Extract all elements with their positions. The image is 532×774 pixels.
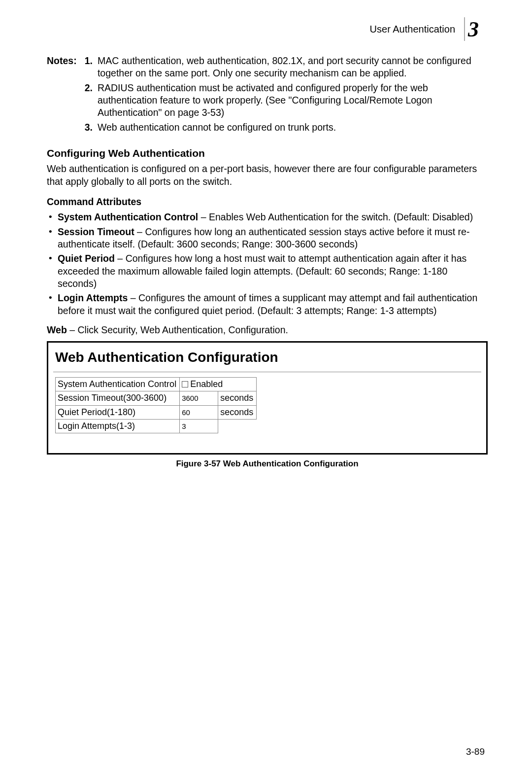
attr-term: System Authentication Control [58,211,198,222]
attr-term: Quiet Period [58,253,115,264]
page-header: User Authentication 3 [47,17,488,41]
note-item: 1. MAC authentication, web authenticatio… [85,55,488,80]
attr-item: System Authentication Control – Enables … [58,211,488,223]
table-row: Login Attempts(1-3) 3 [56,420,257,433]
notes-block: Notes: 1. MAC authentication, web authen… [47,55,488,136]
attr-item: Login Attempts – Configures the amount o… [58,292,488,317]
cfg-value-cell: Enabled [180,377,257,391]
cfg-empty [218,420,257,433]
chapter-badge: 3 [464,17,488,41]
enabled-label: Enabled [190,379,223,389]
cfg-input[interactable]: 3600 [180,391,218,405]
cfg-label: System Authentication Control [56,377,180,391]
cfg-input[interactable]: 3 [180,420,218,433]
cfg-unit: seconds [218,391,257,405]
notes-label: Notes: [47,55,80,136]
web-lead: Web [47,324,67,335]
note-number: 1. [85,55,98,80]
cfg-unit: seconds [218,405,257,419]
figure-title: Web Authentication Configuration [53,349,481,366]
cfg-label: Quiet Period(1-180) [56,405,180,419]
section-intro: Web authentication is configured on a pe… [47,163,488,188]
section-heading: Configuring Web Authentication [47,146,488,160]
cfg-input[interactable]: 60 [180,405,218,419]
page-number: 3-89 [466,746,485,758]
config-table: System Authentication Control Enabled Se… [55,377,257,434]
note-text: Web authentication cannot be configured … [98,121,488,134]
note-item: 3. Web authentication cannot be configur… [85,121,488,134]
note-text: MAC authentication, web authentication, … [98,55,488,80]
figure-divider [53,372,481,372]
table-row: Quiet Period(1-180) 60 seconds [56,405,257,419]
web-nav-path: Web – Click Security, Web Authentication… [47,324,488,336]
checkbox-icon[interactable] [182,381,188,387]
attr-sep: – [134,226,145,237]
notes-list: 1. MAC authentication, web authenticatio… [80,55,488,136]
command-attributes-heading: Command Attributes [47,196,488,208]
cfg-label: Login Attempts(1-3) [56,420,180,433]
attr-term: Login Attempts [58,292,128,303]
attr-sep: – [115,253,126,264]
note-text: RADIUS authentication must be activated … [98,82,488,119]
attr-item: Session Timeout – Configures how long an… [58,226,488,251]
table-row: Session Timeout(300-3600) 3600 seconds [56,391,257,405]
note-number: 3. [85,121,98,134]
attr-term: Session Timeout [58,226,134,237]
figure-caption: Figure 3-57 Web Authentication Configura… [47,458,488,469]
attr-sep: – [198,211,209,222]
cfg-label: Session Timeout(300-3600) [56,391,180,405]
attr-sep: – [128,292,138,303]
chapter-number: 3 [468,15,479,43]
web-text: Click Security, Web Authentication, Conf… [78,324,288,335]
table-row: System Authentication Control Enabled [56,377,257,391]
attr-item: Quiet Period – Configures how long a hos… [58,252,488,290]
command-attributes-list: System Authentication Control – Enables … [47,211,488,317]
figure-box: Web Authentication Configuration System … [47,341,488,455]
note-item: 2. RADIUS authentication must be activat… [85,82,488,119]
attr-text: Enables Web Authentication for the switc… [209,211,473,222]
note-number: 2. [85,82,98,119]
header-title: User Authentication [370,23,455,35]
web-sep: – [67,324,78,335]
